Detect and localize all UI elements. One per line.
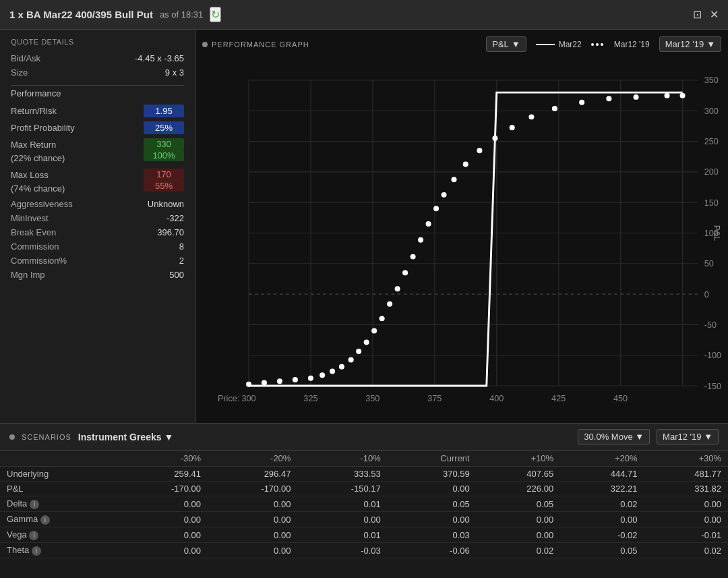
svg-point-65 bbox=[510, 125, 515, 130]
table-row: Gamma i0.000.000.000.000.000.000.00 bbox=[0, 512, 728, 527]
min-invest-value: -322 bbox=[166, 213, 184, 223]
date-dropdown-arrow-icon: ▼ bbox=[706, 39, 715, 49]
break-even-label: Break Even bbox=[11, 227, 56, 237]
table-cell: -170.00 bbox=[118, 482, 208, 496]
svg-point-44 bbox=[308, 376, 313, 381]
max-loss-pct: 55% bbox=[144, 180, 184, 192]
col-minus20: -20% bbox=[208, 451, 297, 467]
table-cell: 0.00 bbox=[208, 527, 297, 543]
chart-title: PERFORMANCE GRAPH bbox=[212, 40, 309, 49]
table-cell: -0.01 bbox=[644, 527, 728, 543]
return-risk-row: Return/Risk 1.95 bbox=[11, 103, 184, 119]
table-cell: 0.02 bbox=[644, 543, 728, 558]
aggressiveness-row: Aggressiveness Unknown bbox=[11, 197, 184, 211]
svg-text:250: 250 bbox=[704, 137, 719, 146]
max-loss-label: Max Loss (74% chance) bbox=[11, 169, 65, 195]
table-cell: -170.00 bbox=[208, 482, 297, 496]
svg-point-49 bbox=[356, 349, 361, 354]
svg-point-71 bbox=[665, 93, 670, 98]
svg-point-45 bbox=[320, 372, 325, 378]
svg-text:375: 375 bbox=[427, 394, 442, 403]
scenarios-dot-icon bbox=[9, 434, 15, 440]
mgn-imp-label: Mgn Imp bbox=[11, 270, 45, 280]
profit-prob-row: Profit Probability 25% bbox=[11, 119, 184, 136]
svg-point-57 bbox=[418, 237, 423, 243]
title-controls: ⊡ ✕ bbox=[693, 8, 719, 21]
left-panel: QUOTE DETAILS Bid/Ask -4.45 x -3.65 Size… bbox=[0, 30, 195, 423]
info-icon[interactable]: i bbox=[29, 531, 38, 540]
scenarios-right-controls: 30.0% Move ▼ Mar12 '19 ▼ bbox=[578, 429, 719, 444]
table-cell: 0.00 bbox=[208, 496, 297, 512]
return-risk-value: 1.95 bbox=[144, 105, 184, 117]
break-even-value: 396.70 bbox=[157, 227, 184, 237]
row-label: Gamma i bbox=[0, 512, 118, 527]
svg-point-66 bbox=[528, 114, 534, 119]
svg-point-52 bbox=[380, 316, 385, 321]
date-dropdown[interactable]: Mar12 '19 ▼ bbox=[659, 36, 721, 52]
move-dropdown[interactable]: 30.0% Move ▼ bbox=[578, 429, 650, 444]
info-icon[interactable]: i bbox=[40, 515, 50, 525]
expand-button[interactable]: ⊡ bbox=[693, 8, 702, 21]
svg-point-70 bbox=[634, 94, 639, 100]
svg-text:350: 350 bbox=[365, 394, 380, 403]
table-cell: 0.00 bbox=[118, 543, 208, 558]
aggressiveness-value: Unknown bbox=[148, 199, 184, 209]
svg-point-40 bbox=[246, 382, 251, 387]
info-icon[interactable]: i bbox=[30, 500, 39, 509]
row-label: Delta i bbox=[0, 496, 118, 512]
col-current: Current bbox=[388, 451, 477, 467]
svg-point-62 bbox=[463, 162, 468, 167]
svg-point-41 bbox=[262, 380, 267, 386]
table-cell: -150.17 bbox=[297, 482, 387, 496]
table-cell: 0.00 bbox=[477, 527, 560, 543]
svg-text:325: 325 bbox=[303, 394, 317, 403]
table-cell: -0.06 bbox=[388, 543, 477, 558]
bid-ask-row: Bid/Ask -4.45 x -3.65 bbox=[11, 51, 184, 65]
svg-point-64 bbox=[492, 136, 497, 141]
table-cell: 0.00 bbox=[644, 496, 728, 512]
table-cell: 0.00 bbox=[388, 482, 477, 496]
col-plus30: +30% bbox=[644, 451, 728, 467]
svg-text:P&L: P&L bbox=[711, 225, 721, 241]
col-minus10: -10% bbox=[297, 451, 387, 467]
table-cell: 296.47 bbox=[208, 467, 297, 482]
table-row: P&L-170.00-170.00-150.170.00226.00322.21… bbox=[0, 482, 728, 496]
table-row: Underlying259.41296.47333.53370.59407.65… bbox=[0, 467, 728, 482]
svg-point-61 bbox=[451, 177, 456, 182]
col-plus10: +10% bbox=[477, 451, 560, 467]
mgn-imp-row: Mgn Imp 500 bbox=[11, 268, 184, 282]
max-return-pct: 100% bbox=[144, 150, 184, 161]
pl-dropdown[interactable]: P&L ▼ bbox=[486, 36, 526, 52]
dotted-line-icon bbox=[591, 43, 610, 46]
performance-chart: 350 300 250 200 150 100 50 0 -50 -100 -1… bbox=[202, 57, 721, 409]
scenarios-table-container: -30% -20% -10% Current +10% +20% +30% Un… bbox=[0, 451, 728, 558]
svg-point-55 bbox=[402, 270, 408, 275]
svg-text:-100: -100 bbox=[704, 351, 721, 360]
table-cell: 0.01 bbox=[297, 527, 387, 543]
table-cell: 331.82 bbox=[644, 482, 728, 496]
bid-ask-label: Bid/Ask bbox=[11, 53, 40, 63]
scenarios-header-row: -30% -20% -10% Current +10% +20% +30% bbox=[0, 451, 728, 467]
svg-point-72 bbox=[680, 93, 686, 98]
svg-point-53 bbox=[387, 301, 392, 307]
max-return-row: Max Return (22% chance) 330 100% bbox=[11, 136, 184, 167]
svg-point-43 bbox=[293, 377, 298, 382]
close-button[interactable]: ✕ bbox=[710, 8, 719, 21]
break-even-row: Break Even 396.70 bbox=[11, 225, 184, 239]
size-row: Size 9 x 3 bbox=[11, 65, 184, 80]
info-icon[interactable]: i bbox=[32, 546, 41, 556]
table-cell: 0.02 bbox=[477, 543, 560, 558]
legend-mar12: Mar12 '19 bbox=[591, 40, 650, 49]
title-left: 1 x BA Mar22 400/395 Bull Put as of 18:3… bbox=[9, 7, 221, 22]
scenarios-date-dropdown[interactable]: Mar12 '19 ▼ bbox=[657, 429, 719, 444]
refresh-button[interactable]: ↻ bbox=[210, 7, 221, 22]
table-cell: 333.53 bbox=[297, 467, 387, 482]
chart-title-group: PERFORMANCE GRAPH bbox=[202, 40, 309, 49]
table-cell: 322.21 bbox=[560, 482, 644, 496]
svg-text:0: 0 bbox=[704, 290, 709, 299]
chart-header: PERFORMANCE GRAPH P&L ▼ Mar22 Mar12 '19 bbox=[202, 36, 721, 52]
svg-text:50: 50 bbox=[704, 259, 714, 268]
commission-pct-row: Commission% 2 bbox=[11, 254, 184, 268]
max-loss-value: 170 bbox=[144, 169, 184, 180]
legend-mar22: Mar22 bbox=[536, 40, 582, 49]
